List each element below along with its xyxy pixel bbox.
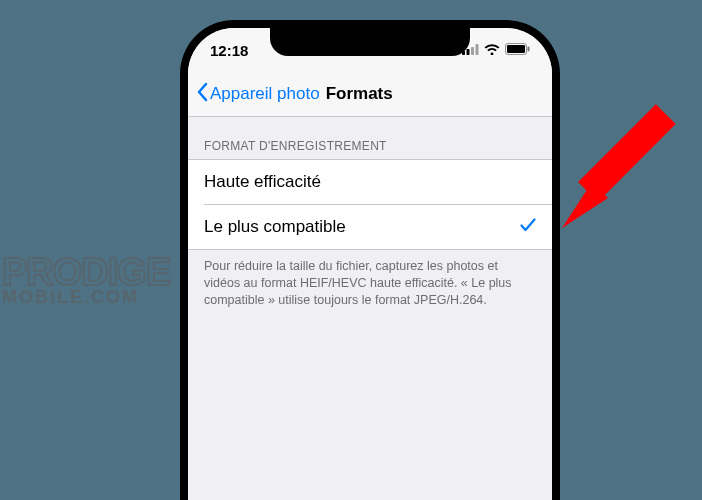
svg-rect-3: [476, 44, 479, 55]
wifi-icon: [484, 41, 500, 59]
format-option-group: Haute efficacité Le plus compatible: [188, 159, 552, 250]
back-label: Appareil photo: [210, 84, 320, 104]
svg-rect-6: [528, 47, 530, 52]
screenshot-stage: 12:18: [0, 0, 702, 500]
svg-marker-7: [562, 182, 608, 228]
phone-frame: 12:18: [180, 20, 560, 500]
battery-icon: [505, 41, 530, 59]
watermark-line2: MOBILE.COM: [2, 290, 170, 304]
back-button[interactable]: Appareil photo: [196, 82, 320, 107]
option-most-compatible[interactable]: Le plus compatible: [204, 204, 552, 249]
svg-rect-5: [507, 45, 525, 53]
navigation-bar: Appareil photo Formats: [188, 72, 552, 117]
checkmark-icon: [520, 217, 536, 237]
svg-rect-2: [471, 47, 474, 55]
phone-screen: 12:18: [188, 28, 552, 500]
section-header: FORMAT D'ENREGISTREMENT: [188, 117, 552, 159]
option-high-efficiency[interactable]: Haute efficacité: [188, 160, 552, 204]
watermark: PRODIGE MOBILE.COM: [2, 258, 170, 304]
status-time: 12:18: [210, 42, 248, 59]
phone-notch: [270, 28, 470, 56]
section-footer: Pour réduire la taille du fichier, captu…: [188, 250, 552, 309]
chevron-left-icon: [196, 82, 208, 107]
page-title: Formats: [326, 84, 393, 104]
svg-rect-1: [467, 49, 470, 55]
option-label: Haute efficacité: [204, 172, 321, 192]
svg-rect-8: [578, 104, 676, 202]
status-icons: [462, 41, 530, 59]
option-label: Le plus compatible: [204, 217, 346, 237]
watermark-line1: PRODIGE: [2, 258, 170, 288]
annotation-arrow-icon: [560, 100, 700, 240]
settings-content: FORMAT D'ENREGISTREMENT Haute efficacité…: [188, 117, 552, 500]
